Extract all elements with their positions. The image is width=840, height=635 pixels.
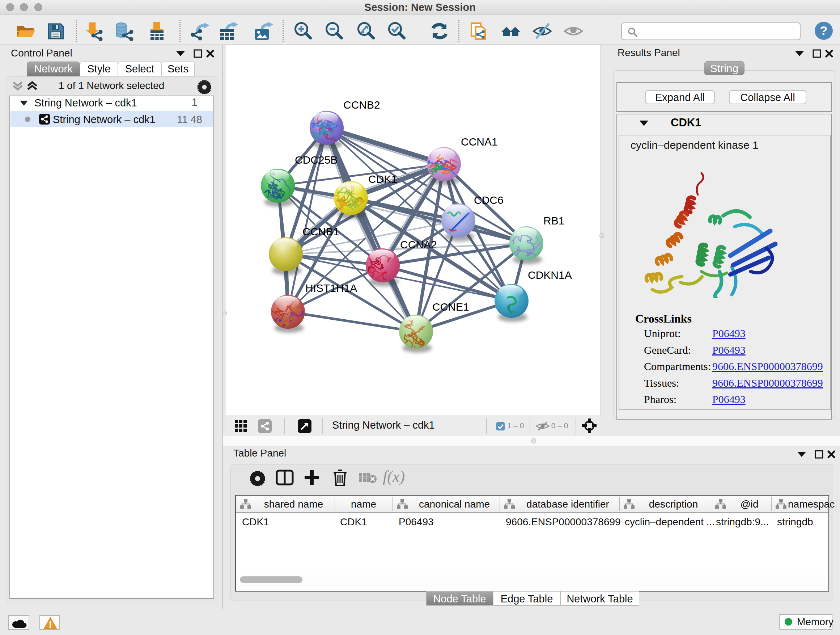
- svg-text:CCNE1: CCNE1: [432, 301, 469, 313]
- svg-text:CDK1: CDK1: [368, 173, 397, 185]
- svg-text:?: ?: [820, 24, 828, 37]
- svg-text:CDC6: CDC6: [474, 194, 504, 206]
- svg-text:CDKN1A: CDKN1A: [528, 269, 572, 281]
- svg-text:CCNB2: CCNB2: [343, 99, 380, 111]
- svg-text:CDC25B: CDC25B: [295, 154, 338, 166]
- svg-text:HIST1H1A: HIST1H1A: [305, 282, 357, 294]
- svg-text:CCNB1: CCNB1: [302, 226, 339, 238]
- svg-text:CCNA1: CCNA1: [461, 136, 498, 148]
- svg-text:RB1: RB1: [543, 215, 564, 226]
- svg-text:CCNA2: CCNA2: [400, 239, 437, 250]
